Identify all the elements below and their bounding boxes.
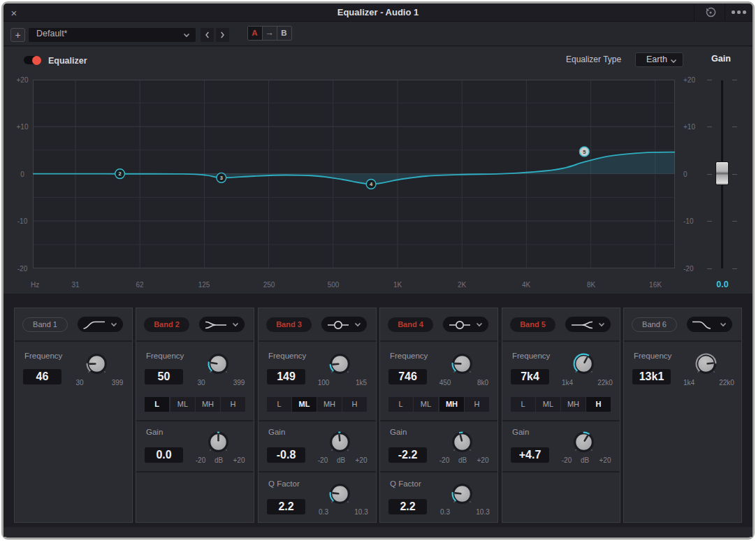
svg-text:5: 5	[583, 149, 586, 155]
svg-text:2: 2	[119, 171, 122, 177]
svg-text:3: 3	[220, 175, 223, 181]
